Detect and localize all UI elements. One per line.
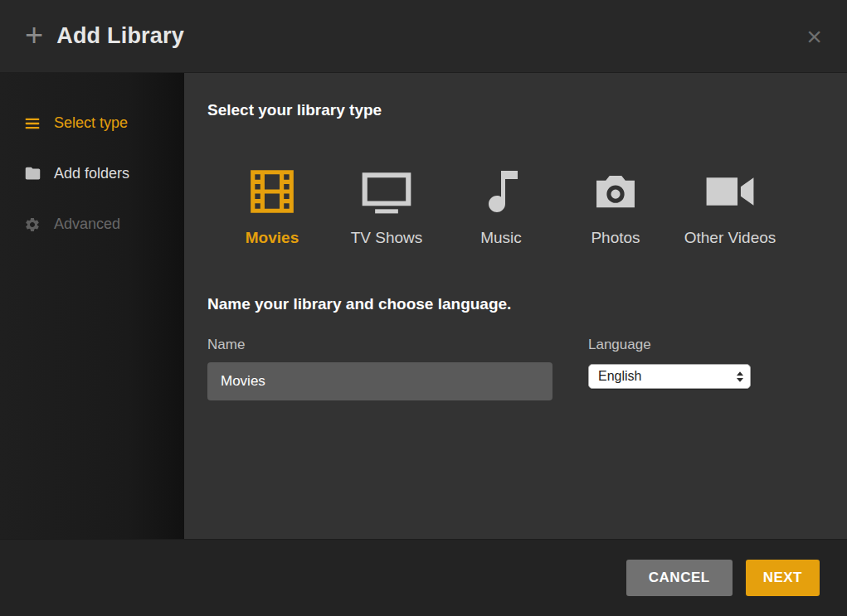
sidebar-item-add-folders[interactable]: Add folders (0, 148, 184, 199)
library-type-options: Movies TV Shows (226, 164, 822, 247)
add-library-dialog: + Add Library × Select type (0, 0, 847, 616)
select-stepper-arrows-icon (736, 371, 744, 383)
name-section-title: Name your library and choose language. (207, 295, 822, 313)
sidebar-item-label: Add folders (54, 165, 129, 182)
language-label: Language (588, 337, 751, 353)
library-type-tv-shows[interactable]: TV Shows (340, 164, 433, 247)
library-type-label: Movies (246, 229, 299, 247)
name-language-form: Name Language English (207, 337, 822, 400)
dialog-title: Add Library (56, 23, 184, 49)
dialog-footer: CANCEL NEXT (0, 539, 847, 616)
gear-icon (23, 216, 41, 234)
library-type-label: Other Videos (684, 229, 776, 247)
sidebar-item-label: Advanced (54, 216, 120, 233)
type-section-title: Select your library type (207, 101, 822, 119)
name-label: Name (207, 337, 552, 353)
library-name-input[interactable] (207, 362, 552, 400)
sidebar-item-label: Select type (54, 114, 128, 132)
folder-icon (23, 165, 41, 183)
film-icon (246, 164, 298, 219)
library-type-label: TV Shows (351, 229, 423, 247)
language-field-group: Language English (588, 337, 751, 400)
sidebar-item-advanced[interactable]: Advanced (0, 199, 184, 250)
library-type-movies[interactable]: Movies (226, 164, 319, 247)
name-field-group: Name (207, 337, 552, 400)
library-type-label: Photos (591, 229, 640, 247)
plus-icon: + (25, 19, 43, 51)
dialog-body: Select type Add folders Advanced (0, 73, 847, 539)
sidebar-item-select-type[interactable]: Select type (0, 98, 184, 148)
camera-icon (591, 164, 640, 219)
video-camera-icon (704, 164, 756, 219)
library-type-label: Music (480, 229, 522, 247)
cancel-button[interactable]: CANCEL (626, 560, 733, 596)
tv-icon (360, 164, 413, 219)
language-select-value: English (598, 369, 641, 384)
library-type-music[interactable]: Music (455, 164, 548, 247)
dialog-header: + Add Library × (0, 0, 847, 73)
list-icon (23, 114, 41, 133)
main-content: Select your library type Movies (184, 73, 847, 539)
library-type-other-videos[interactable]: Other Videos (684, 164, 776, 247)
library-type-photos[interactable]: Photos (569, 164, 662, 247)
language-select[interactable]: English (588, 364, 751, 389)
next-button[interactable]: NEXT (746, 560, 820, 596)
close-icon[interactable]: × (806, 23, 822, 50)
music-note-icon (476, 164, 526, 219)
wizard-steps-sidebar: Select type Add folders Advanced (0, 73, 184, 539)
